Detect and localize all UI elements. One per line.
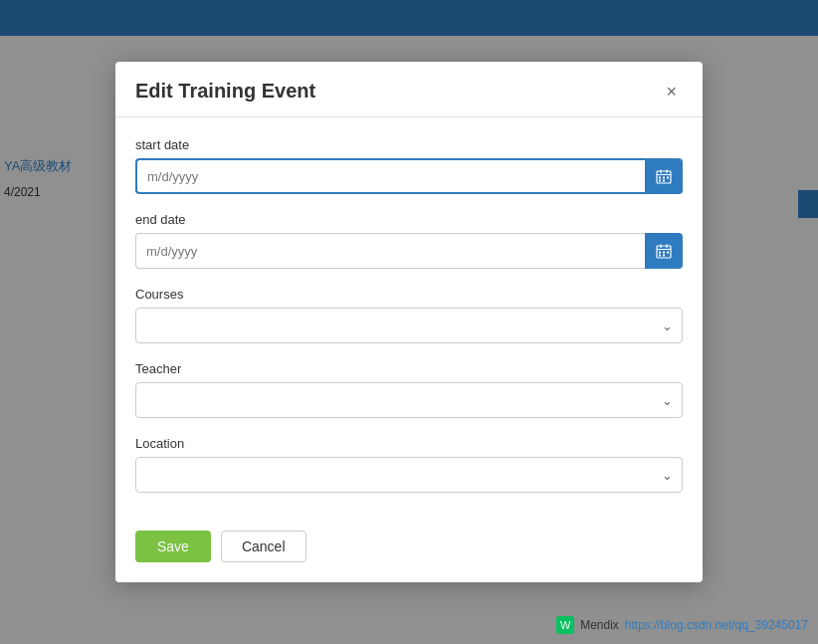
teacher-label: Teacher [135, 361, 683, 376]
modal-overlay: Edit Training Event × start date [0, 0, 818, 644]
location-select-wrapper: ⌄ [135, 457, 683, 493]
modal-dialog: Edit Training Event × start date [115, 62, 703, 582]
modal-header: Edit Training Event × [115, 62, 703, 117]
svg-rect-5 [663, 177, 665, 179]
brand-label: Mendix [580, 618, 619, 632]
cancel-button[interactable]: Cancel [221, 531, 307, 562]
calendar-icon [656, 168, 672, 184]
close-button[interactable]: × [660, 81, 683, 103]
courses-group: Courses ⌄ [135, 287, 683, 343]
end-date-calendar-button[interactable] [645, 233, 683, 269]
watermark-link: https://blog.csdn.net/qq_39245017 [625, 618, 808, 632]
teacher-select[interactable] [135, 382, 683, 418]
modal-footer: Save Cancel [115, 521, 703, 582]
start-date-calendar-button[interactable] [645, 158, 683, 194]
end-date-input[interactable] [135, 233, 645, 269]
svg-rect-6 [667, 177, 669, 179]
location-group: Location ⌄ [135, 436, 683, 493]
courses-label: Courses [135, 287, 683, 302]
end-date-group: end date [135, 212, 683, 269]
start-date-input-wrapper [135, 158, 683, 194]
svg-rect-16 [659, 255, 661, 257]
svg-rect-13 [659, 252, 661, 254]
modal-title: Edit Training Event [135, 80, 315, 103]
svg-rect-15 [667, 252, 669, 254]
teacher-select-wrapper: ⌄ [135, 382, 683, 418]
start-date-input[interactable] [135, 158, 645, 194]
courses-select[interactable] [135, 308, 683, 343]
svg-rect-4 [659, 177, 661, 179]
end-date-input-wrapper [135, 233, 683, 269]
watermark: W Mendix https://blog.csdn.net/qq_392450… [556, 616, 808, 634]
courses-select-wrapper: ⌄ [135, 308, 683, 343]
start-date-group: start date [135, 137, 683, 194]
svg-rect-8 [663, 180, 665, 182]
svg-rect-17 [663, 255, 665, 257]
teacher-group: Teacher ⌄ [135, 361, 683, 418]
wechat-icon: W [556, 616, 574, 634]
calendar-icon [656, 243, 672, 259]
start-date-label: start date [135, 137, 683, 152]
save-button[interactable]: Save [135, 531, 211, 562]
location-select[interactable] [135, 457, 683, 493]
end-date-label: end date [135, 212, 683, 227]
svg-rect-7 [659, 180, 661, 182]
modal-body: start date [115, 117, 703, 521]
location-label: Location [135, 436, 683, 451]
svg-rect-14 [663, 252, 665, 254]
